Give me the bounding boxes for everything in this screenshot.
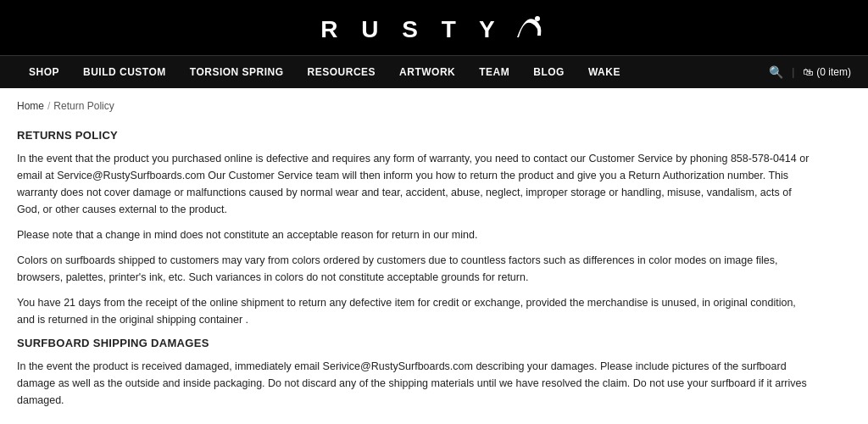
breadcrumb-current: Return Policy xyxy=(53,100,114,112)
nav-links: SHOP BUILD CUSTOM TORSION SPRING RESOURC… xyxy=(17,56,632,88)
returns-policy-para-2: Please note that a change in mind does n… xyxy=(17,226,814,243)
nav-item-artwork[interactable]: ARTWORK xyxy=(387,56,467,88)
shipping-damages-para-1: In the event the product is received dam… xyxy=(17,358,814,409)
logo-bar: R U S T Y xyxy=(320,0,548,55)
breadcrumb-separator: / xyxy=(47,100,50,112)
nav-divider: | xyxy=(792,66,794,78)
returns-policy-para-3: Colors on surfboards shipped to customer… xyxy=(17,252,814,286)
nav-item-torsion-spring[interactable]: TORSION SPRING xyxy=(178,56,296,88)
nav-item-wake[interactable]: WAKE xyxy=(576,56,632,88)
nav-right: 🔍 | 🛍 (0 item) xyxy=(769,65,851,79)
returns-policy-section: RETURNS POLICY In the event that the pro… xyxy=(17,129,814,328)
cart-button[interactable]: 🛍 (0 item) xyxy=(803,66,851,78)
returns-policy-para-1: In the event that the product you purcha… xyxy=(17,150,814,218)
nav-item-blog[interactable]: BLOG xyxy=(521,56,576,88)
breadcrumb-home[interactable]: Home xyxy=(17,100,44,112)
page-content: RETURNS POLICY In the event that the pro… xyxy=(0,120,831,424)
logo-text[interactable]: R U S T Y xyxy=(320,16,504,43)
nav-item-shop[interactable]: SHOP xyxy=(17,56,71,88)
returns-policy-para-4: You have 21 days from the receipt of the… xyxy=(17,294,814,328)
nav-bar: SHOP BUILD CUSTOM TORSION SPRING RESOURC… xyxy=(0,55,868,88)
nav-item-team[interactable]: TEAM xyxy=(467,56,521,88)
breadcrumb: Home / Return Policy xyxy=(0,88,868,120)
returns-policy-title: RETURNS POLICY xyxy=(17,129,814,142)
shipping-damages-title: SURFBOARD SHIPPING DAMAGES xyxy=(17,337,814,349)
nav-item-resources[interactable]: RESOURCES xyxy=(296,56,388,88)
cart-icon: 🛍 xyxy=(803,66,813,78)
shipping-damages-section: SURFBOARD SHIPPING DAMAGES In the event … xyxy=(17,337,814,409)
cart-label: (0 item) xyxy=(816,66,851,78)
logo-icon xyxy=(510,12,548,47)
site-header: R U S T Y SHOP BUILD CUSTOM TORSION SPRI… xyxy=(0,0,868,88)
nav-item-build-custom[interactable]: BUILD CUSTOM xyxy=(71,56,178,88)
svg-point-0 xyxy=(535,16,540,21)
search-icon[interactable]: 🔍 xyxy=(769,65,783,79)
